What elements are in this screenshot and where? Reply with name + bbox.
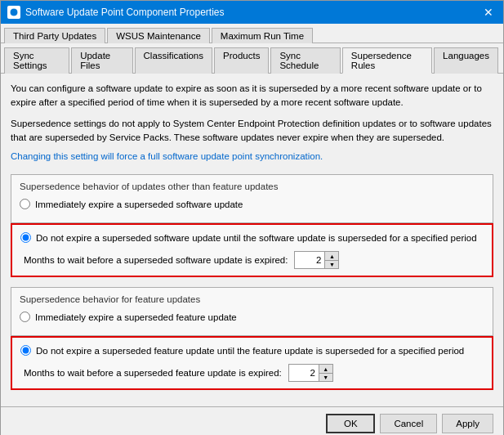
section1-label: Supersedence behavior of updates other t…	[20, 182, 484, 191]
supersedence-feature-period-section: Do not expire a superseded feature updat…	[11, 336, 493, 390]
radio-row-feature-immediately: Immediately expire a superseded feature …	[20, 311, 484, 324]
paragraph-1: You can configure a software update to e…	[11, 82, 493, 110]
tab-classifications[interactable]: Classifications	[135, 47, 213, 74]
tab-supersedence-rules[interactable]: Supersedence Rules	[342, 47, 432, 74]
spinner-feature: ▲ ▼	[288, 364, 333, 382]
tab-products[interactable]: Products	[214, 47, 269, 74]
tab-sync-settings[interactable]: Sync Settings	[4, 47, 69, 74]
radio-do-not-expire-other[interactable]	[20, 232, 31, 243]
radio-immediately-expire-feature[interactable]	[20, 312, 30, 322]
supersedence-feature-section: Supersedence behavior for feature update…	[11, 287, 493, 336]
label-do-not-expire-other: Do not expire a superseded software upda…	[36, 231, 477, 244]
spinner-other: ▲ ▼	[294, 251, 339, 269]
months-row-feature: Months to wait before a superseded featu…	[24, 364, 484, 382]
radio-immediately-expire-other[interactable]	[20, 199, 30, 209]
content-area: You can configure a software update to e…	[1, 74, 503, 406]
label-do-not-expire-feature: Do not expire a superseded feature updat…	[36, 344, 464, 357]
tab-row-1: Third Party Updates WSUS Maintenance Max…	[1, 24, 503, 43]
supersedence-other-section: Supersedence behavior of updates other t…	[11, 174, 493, 223]
cancel-button[interactable]: Cancel	[380, 414, 437, 433]
tab-update-files[interactable]: Update Files	[71, 47, 132, 74]
spinner-buttons-other: ▲ ▼	[324, 252, 338, 268]
radio-row-other-period: Do not expire a superseded software upda…	[20, 231, 484, 244]
months-input-other[interactable]	[295, 252, 324, 268]
spinner-up-feature[interactable]: ▲	[319, 365, 332, 373]
close-button[interactable]: ✕	[480, 4, 497, 20]
radio-row-other-immediately: Immediately expire a superseded software…	[20, 198, 484, 211]
apply-button[interactable]: Apply	[442, 414, 493, 433]
months-row-other: Months to wait before a superseded softw…	[24, 251, 484, 269]
ok-button[interactable]: OK	[326, 414, 375, 433]
months-label-other: Months to wait before a superseded softw…	[24, 255, 288, 265]
supersedence-other-period-section: Do not expire a superseded software upda…	[11, 223, 493, 277]
paragraph-2: Supersedence settings do not apply to Sy…	[11, 117, 493, 146]
tab-wsus-maintenance[interactable]: WSUS Maintenance	[107, 28, 210, 43]
window-title: Software Update Point Component Properti…	[25, 7, 224, 18]
radio-row-feature-period: Do not expire a superseded feature updat…	[20, 344, 484, 357]
tab-languages[interactable]: Languages	[434, 47, 498, 74]
paragraph-3: Changing this setting will force a full …	[11, 151, 493, 161]
label-immediately-expire-other: Immediately expire a superseded software…	[35, 198, 243, 211]
months-label-feature: Months to wait before a superseded featu…	[24, 368, 282, 378]
section2-label: Supersedence behavior for feature update…	[20, 294, 484, 304]
spinner-down-feature[interactable]: ▼	[319, 373, 332, 381]
radio-do-not-expire-feature[interactable]	[20, 345, 31, 356]
spinner-down-other[interactable]: ▼	[325, 260, 338, 268]
bottom-buttons: OK Cancel Apply	[1, 406, 503, 435]
months-input-feature[interactable]	[289, 365, 319, 381]
tab-third-party-updates[interactable]: Third Party Updates	[4, 28, 105, 43]
tab-maximum-run-time[interactable]: Maximum Run Time	[212, 28, 313, 43]
title-bar: Software Update Point Component Properti…	[1, 1, 503, 24]
tab-sync-schedule[interactable]: Sync Schedule	[270, 47, 340, 74]
svg-point-0	[10, 8, 18, 16]
label-immediately-expire-feature: Immediately expire a superseded feature …	[35, 311, 237, 324]
app-icon	[7, 6, 20, 19]
tab-row-2: Sync Settings Update Files Classificatio…	[1, 43, 503, 74]
spinner-buttons-feature: ▲ ▼	[319, 365, 332, 381]
spinner-up-other[interactable]: ▲	[325, 252, 338, 260]
